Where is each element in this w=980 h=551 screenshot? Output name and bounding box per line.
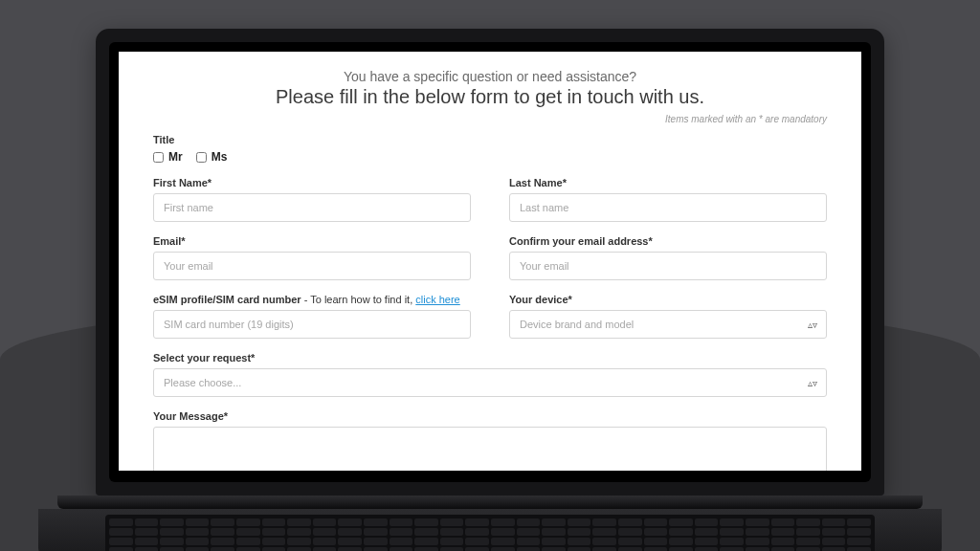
laptop-hinge (57, 496, 923, 509)
sim-help-link[interactable]: click here (415, 294, 459, 305)
row-message: Your Message* (153, 410, 827, 471)
laptop-base (38, 509, 942, 551)
laptop-mockup: You have a specific question or need ass… (96, 29, 884, 551)
title-label: Title (153, 134, 827, 145)
stage: You have a specific question or need ass… (0, 0, 980, 551)
device-select[interactable]: Device brand and model (509, 310, 827, 339)
request-label: Select your request* (153, 352, 827, 364)
row-sim-device: eSIM profile/SIM card number - To learn … (153, 294, 827, 339)
laptop-lid: You have a specific question or need ass… (96, 29, 884, 496)
title-checkbox-ms[interactable] (196, 152, 207, 163)
laptop-screen: You have a specific question or need ass… (119, 52, 861, 471)
device-label: Your device* (509, 294, 827, 305)
contact-form: You have a specific question or need ass… (119, 52, 861, 471)
row-email: Email* Confirm your email address* (153, 235, 827, 280)
request-select[interactable]: Please choose... (153, 368, 827, 397)
sim-label-sep: - To learn how to find it, (301, 294, 416, 305)
title-checkbox-mr[interactable] (153, 152, 164, 163)
first-name-label: First Name* (153, 177, 471, 188)
title-radios: Mr Ms (153, 150, 827, 164)
email-label: Email* (153, 235, 471, 247)
heading-subtitle: You have a specific question or need ass… (153, 69, 827, 84)
title-section: Title Mr Ms (153, 134, 827, 164)
message-label: Your Message* (153, 410, 827, 422)
last-name-input[interactable] (509, 193, 827, 222)
confirm-email-label: Confirm your email address* (509, 235, 827, 247)
confirm-email-input[interactable] (509, 252, 827, 280)
first-name-input[interactable] (153, 193, 471, 222)
heading-title: Please fill in the below form to get in … (153, 86, 827, 108)
laptop-bezel: You have a specific question or need ass… (109, 42, 871, 482)
row-request: Select your request* Please choose... ▵▿ (153, 352, 827, 397)
laptop-keyboard (105, 515, 875, 551)
title-option-ms-text: Ms (212, 150, 228, 164)
title-option-mr[interactable]: Mr (153, 150, 183, 164)
email-input[interactable] (153, 252, 471, 280)
message-textarea[interactable] (153, 427, 827, 471)
mandatory-note: Items marked with an * are mandatory (153, 114, 827, 124)
title-option-ms[interactable]: Ms (196, 150, 228, 164)
sim-input[interactable] (153, 310, 471, 339)
row-name: First Name* Last Name* (153, 177, 827, 222)
sim-label-wrap: eSIM profile/SIM card number - To learn … (153, 294, 471, 305)
sim-label-main: eSIM profile/SIM card number (153, 294, 301, 305)
last-name-label: Last Name* (509, 177, 827, 188)
title-option-mr-text: Mr (168, 150, 183, 164)
